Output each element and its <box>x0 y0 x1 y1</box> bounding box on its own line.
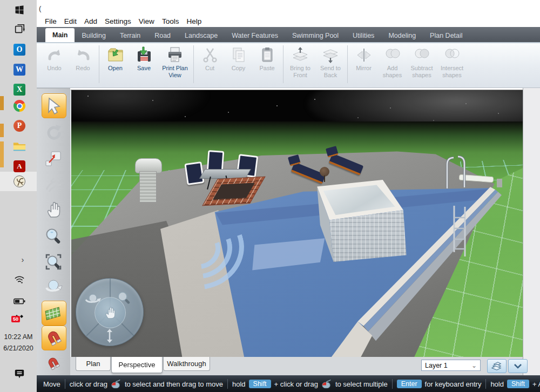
pool-studio-shell-icon <box>13 175 26 188</box>
cut-button[interactable]: Cut <box>195 46 224 72</box>
word-button[interactable]: W <box>13 63 26 76</box>
tab-terrain[interactable]: Terrain <box>113 29 147 42</box>
start-button[interactable] <box>13 3 26 16</box>
tab-plan[interactable]: Plan <box>76 357 111 371</box>
outlook-icon: O <box>14 44 25 56</box>
shift-key-badge: Shift <box>507 380 529 388</box>
acrobat-button[interactable]: A <box>13 160 26 173</box>
puck-pan-button[interactable] <box>94 297 126 328</box>
snap-magnet-tool[interactable] <box>42 326 66 350</box>
send-to-back-button[interactable]: Send to Back <box>315 46 346 78</box>
save-button[interactable]: Save <box>130 46 158 72</box>
resize-tool[interactable] <box>42 146 65 170</box>
windows-logo-icon <box>14 4 25 15</box>
layers-icon <box>491 361 503 371</box>
tab-building[interactable]: Building <box>75 29 112 42</box>
add-shapes-button[interactable]: Add shapes <box>378 46 407 78</box>
outlook-button[interactable]: O <box>13 43 26 56</box>
menu-help[interactable]: Help <box>183 17 205 25</box>
excel-button[interactable]: X <box>13 83 26 96</box>
pan-tool[interactable] <box>42 198 65 221</box>
taskbar-overflow-chevron[interactable]: › <box>16 253 29 266</box>
pool-studio-app-button[interactable] <box>13 175 26 188</box>
open-button[interactable]: Open <box>101 46 130 72</box>
puck-hand-icon <box>103 306 117 320</box>
subtract-shapes-button[interactable]: Subtract shapes <box>407 46 437 78</box>
view-tab-bar: Plan Perspective Walkthrough Layer 1 ⌄ <box>70 357 523 375</box>
redo-icon <box>74 46 92 64</box>
layers-button[interactable] <box>487 359 507 373</box>
notifications-button[interactable]: 50 <box>13 311 26 324</box>
menu-settings[interactable]: Settings <box>101 17 135 25</box>
right-panel-collapsed <box>523 88 540 375</box>
status-separator <box>485 379 486 389</box>
add-shapes-icon <box>383 46 402 64</box>
select-tool[interactable] <box>42 93 66 118</box>
taskbar-clock[interactable]: 10:22 AM 6/21/2020 <box>0 332 37 354</box>
handrails[interactable] <box>442 147 470 191</box>
mirror-icon <box>355 46 373 64</box>
send-to-back-icon <box>321 46 340 64</box>
navigation-puck[interactable] <box>76 278 144 346</box>
menu-tools[interactable]: Tools <box>158 17 183 25</box>
menu-add[interactable]: Add <box>80 17 101 25</box>
tab-modeling[interactable]: Modeling <box>381 29 423 42</box>
layer-select[interactable]: Layer 1 ⌄ <box>421 360 481 371</box>
grid-toggle-tool[interactable] <box>42 301 66 326</box>
cloud <box>70 90 206 123</box>
feedback-hub-button[interactable] <box>13 367 26 380</box>
powerpoint-button[interactable]: P <box>13 119 26 132</box>
chrome-button[interactable] <box>13 99 26 112</box>
loungers[interactable] <box>292 156 364 198</box>
zoom-tool[interactable] <box>42 225 65 248</box>
orbit-tool[interactable] <box>42 275 65 299</box>
tab-plan-detail[interactable]: Plan Detail <box>423 29 469 42</box>
redo-button[interactable]: Redo <box>69 46 97 72</box>
puck-updown-icon[interactable] <box>105 328 114 343</box>
screen: O W X P A › <box>0 0 540 392</box>
clock-date: 6/21/2020 <box>0 343 37 354</box>
tab-road[interactable]: Road <box>147 29 178 42</box>
tab-swimming-pool[interactable]: Swimming Pool <box>285 29 346 42</box>
tab-landscape[interactable]: Landscape <box>178 29 225 42</box>
tab-walkthrough[interactable]: Walkthrough <box>163 357 210 371</box>
curve-tool[interactable] <box>42 172 65 196</box>
print-plan-view-button[interactable]: Print Plan View <box>158 46 192 78</box>
lounger <box>329 153 364 175</box>
zoom-window-tool[interactable] <box>42 250 65 274</box>
tab-water-features[interactable]: Water Features <box>225 29 285 42</box>
copy-button[interactable]: Copy <box>224 46 253 72</box>
layer-panel-expand-button[interactable] <box>508 359 528 373</box>
menu-view[interactable]: View <box>135 17 158 25</box>
intersect-shapes-icon <box>443 46 461 64</box>
mirror-button[interactable]: Mirror <box>349 46 378 72</box>
bring-to-front-button[interactable]: Bring to Front <box>285 46 315 78</box>
battery-button[interactable] <box>13 295 26 308</box>
intersect-shapes-button[interactable]: Intersect shapes <box>437 46 467 78</box>
pool-ladder[interactable] <box>449 206 470 258</box>
toolbar-separator <box>283 45 284 83</box>
cut-scissors-icon <box>201 46 219 64</box>
menu-file[interactable]: File <box>41 17 60 25</box>
wifi-icon <box>14 275 25 284</box>
mouse-left-click-icon <box>111 380 122 389</box>
mouse-left-click-icon <box>321 380 332 389</box>
tab-perspective[interactable]: Perspective <box>111 357 163 373</box>
status-separator <box>65 379 65 389</box>
grill[interactable] <box>135 158 163 204</box>
tab-utilities[interactable]: Utilities <box>346 29 381 42</box>
tab-main[interactable]: Main <box>45 28 75 42</box>
taskbar-edge-stripe <box>0 124 4 137</box>
chevron-down-icon <box>514 364 522 369</box>
wifi-button[interactable] <box>13 273 26 286</box>
task-view-button[interactable] <box>13 23 26 36</box>
menu-edit[interactable]: Edit <box>60 17 80 25</box>
file-explorer-button[interactable] <box>13 140 26 153</box>
task-view-icon <box>14 23 25 35</box>
undo-button[interactable]: Undo <box>40 46 69 72</box>
3d-viewport[interactable] <box>70 90 524 357</box>
excel-icon: X <box>14 84 25 96</box>
paste-button[interactable]: Paste <box>253 46 281 72</box>
subtract-shapes-icon <box>413 46 431 64</box>
rotate-tool[interactable] <box>42 120 65 144</box>
